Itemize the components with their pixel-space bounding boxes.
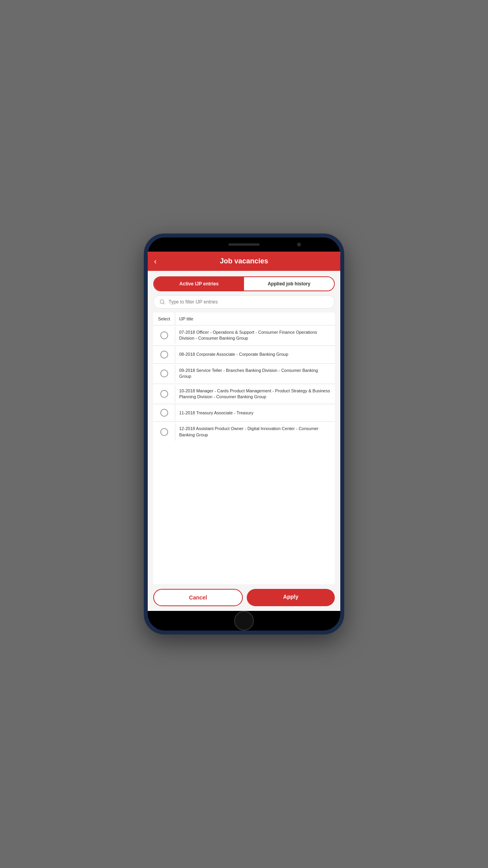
table-header: Select IJP title (153, 313, 335, 326)
phone-device: ‹ Job vacancies Active IJP entries Appli… (144, 234, 344, 634)
job-title-4: 10-2018 Manager - Cards Product Manageme… (175, 384, 335, 404)
col-header-select: Select (153, 313, 175, 325)
job-list-table: Select IJP title 07-2018 Officer - Opera… (153, 313, 335, 584)
cancel-button[interactable]: Cancel (153, 589, 243, 606)
action-buttons: Cancel Apply (148, 584, 340, 611)
apply-button[interactable]: Apply (247, 589, 335, 606)
radio-button-5[interactable] (160, 409, 168, 417)
job-title-2: 08-2018 Corporate Associate - Corporate … (175, 348, 335, 361)
job-title-1: 07-2018 Officer - Operations & Support -… (175, 326, 335, 346)
radio-cell-1[interactable] (153, 327, 175, 344)
status-bar (148, 237, 340, 252)
radio-button-2[interactable] (160, 351, 168, 359)
table-row: 10-2018 Manager - Cards Product Manageme… (153, 384, 335, 405)
table-row: 08-2018 Corporate Associate - Corporate … (153, 346, 335, 364)
job-title-5: 11-2018 Treasury Associate - Treasury (175, 406, 335, 420)
radio-cell-5[interactable] (153, 404, 175, 421)
search-input[interactable] (169, 299, 329, 305)
tab-applied-history[interactable]: Applied job history (244, 277, 334, 291)
home-button[interactable] (234, 611, 254, 631)
page-title: Job vacancies (220, 257, 268, 265)
radio-cell-4[interactable] (153, 385, 175, 403)
search-bar[interactable] (153, 295, 335, 309)
phone-screen: ‹ Job vacancies Active IJP entries Appli… (148, 237, 340, 631)
radio-cell-3[interactable] (153, 365, 175, 382)
svg-line-1 (163, 303, 165, 304)
job-title-6: 12-2018 Assistant Product Owner - Digita… (175, 422, 335, 442)
tabs-container: Active IJP entries Applied job history (153, 276, 335, 291)
app-screen: ‹ Job vacancies Active IJP entries Appli… (148, 252, 340, 611)
table-row: 11-2018 Treasury Associate - Treasury (153, 404, 335, 422)
back-button[interactable]: ‹ (154, 257, 157, 266)
tab-active-ijp[interactable]: Active IJP entries (154, 277, 244, 291)
radio-button-1[interactable] (160, 331, 168, 339)
radio-button-4[interactable] (160, 390, 168, 398)
radio-button-3[interactable] (160, 370, 168, 377)
radio-cell-6[interactable] (153, 423, 175, 441)
speaker (228, 243, 260, 246)
radio-button-6[interactable] (160, 428, 168, 436)
app-header: ‹ Job vacancies (148, 252, 340, 271)
radio-cell-2[interactable] (153, 346, 175, 363)
main-content: Active IJP entries Applied job history (148, 271, 340, 611)
table-row: 07-2018 Officer - Operations & Support -… (153, 326, 335, 346)
job-title-3: 09-2018 Service Teller - Branches Bankin… (175, 364, 335, 384)
col-header-title: IJP title (175, 313, 335, 325)
camera (297, 243, 301, 246)
svg-point-0 (160, 300, 164, 303)
home-bar (148, 611, 340, 631)
search-icon (159, 299, 165, 305)
table-row: 09-2018 Service Teller - Branches Bankin… (153, 364, 335, 384)
table-row: 12-2018 Assistant Product Owner - Digita… (153, 422, 335, 442)
